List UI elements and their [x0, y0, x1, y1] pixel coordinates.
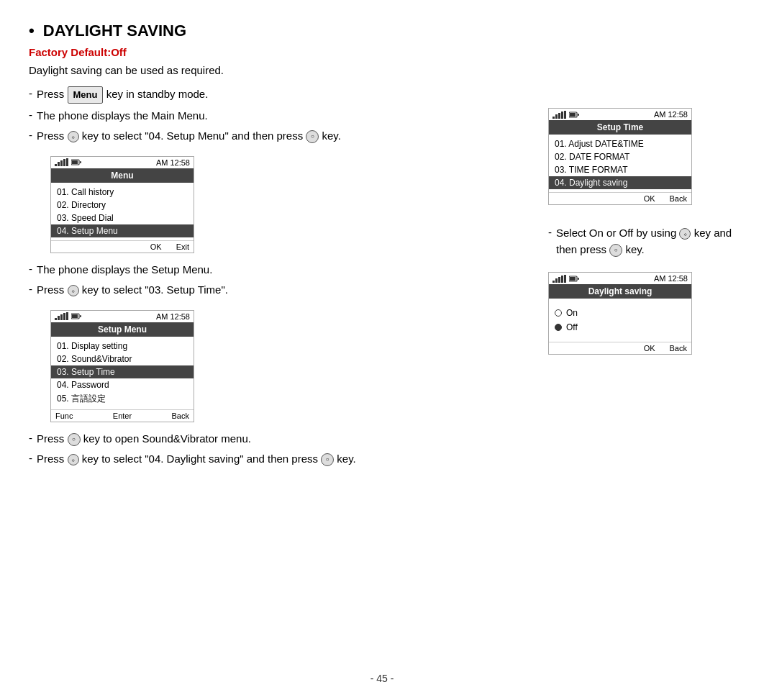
daylight-footer-back: Back: [670, 344, 687, 353]
step-select-04: - Press ⬦ key to select "04. Setup Menu"…: [29, 128, 519, 145]
menu-screen-footer: OK Exit: [51, 240, 194, 253]
signal-icons-3: [552, 111, 579, 119]
svg-rect-0: [55, 164, 57, 166]
option-off: Off: [555, 320, 686, 335]
option-off-label: Off: [566, 322, 578, 332]
ok-icon-4: ○: [609, 244, 622, 257]
time-item-2: 02. DATE FORMAT: [555, 150, 686, 163]
svg-rect-15: [80, 315, 81, 317]
signal-icon-4: [552, 275, 567, 283]
ok-icon-2: ○: [68, 433, 81, 446]
signal-icons-4: [552, 275, 579, 283]
setup-time-body: 01. Adjust DATE&TIME 02. DATE FORMAT 03.…: [549, 135, 691, 192]
setup-time-footer: OK Back: [549, 192, 691, 204]
ok-icon: ○: [306, 130, 319, 143]
setup-item-4: 04. Password: [57, 378, 188, 391]
menu-item-2: 02. Directory: [57, 199, 188, 212]
svg-rect-14: [72, 314, 78, 318]
daylight-header: Daylight saving: [549, 284, 691, 299]
battery-icon-2: [71, 313, 81, 319]
svg-rect-16: [552, 117, 555, 119]
menu-screen-header: Menu: [51, 168, 194, 183]
setup-footer-enter: Enter: [113, 412, 132, 420]
nav-icon-3: ⬦: [68, 454, 79, 465]
battery-icon-3: [569, 112, 579, 118]
page-number: - 45 -: [0, 673, 764, 684]
setup-item-1: 01. Display setting: [57, 340, 188, 353]
setup-footer-back: Back: [172, 412, 189, 420]
option-on: On: [555, 306, 686, 320]
svg-rect-4: [66, 158, 68, 166]
daylight-time: AM 12:58: [654, 274, 688, 283]
setup-item-2: 02. Sound&Vibrator: [57, 353, 188, 365]
left-column: - Press Menu key in standby mode. - The …: [29, 86, 519, 472]
svg-rect-24: [552, 281, 555, 283]
svg-rect-20: [564, 111, 566, 119]
svg-rect-28: [564, 275, 566, 283]
time-item-1: 01. Adjust DATE&TIME: [555, 137, 686, 150]
battery-icon-4: [569, 276, 579, 282]
svg-rect-26: [558, 277, 560, 283]
setup-menu-footer: Func Enter Back: [51, 409, 194, 422]
svg-rect-23: [578, 114, 579, 116]
setup-time-header: Setup Time: [549, 120, 691, 135]
svg-rect-2: [60, 160, 63, 166]
svg-rect-11: [63, 313, 65, 320]
nav-icon-2: ⬦: [68, 285, 79, 296]
signal-icons: [55, 158, 81, 166]
menu-button-label: Menu: [68, 86, 104, 104]
daylight-footer-ok: OK: [644, 344, 655, 353]
svg-rect-7: [80, 161, 81, 163]
right-step-select-onoff: - Select On or Off by using ⬦ key and th…: [548, 225, 735, 258]
bullet: •: [29, 22, 35, 40]
daylight-options: On Off: [549, 299, 691, 342]
menu-screen-time: AM 12:58: [156, 158, 190, 167]
setup-menu-time: AM 12:58: [156, 312, 190, 321]
step-select-03: - Press ⬦ key to select "03. Setup Time"…: [29, 282, 519, 299]
svg-rect-6: [72, 160, 78, 164]
menu-screen-statusbar: AM 12:58: [51, 157, 194, 168]
step-press-ok-vibrator: - Press ○ key to open Sound&Vibrator men…: [29, 431, 519, 447]
signal-icon-2: [55, 312, 69, 320]
svg-rect-22: [570, 113, 576, 117]
time-footer-back: Back: [670, 194, 687, 203]
menu-item-4-selected: 04. Setup Menu: [51, 224, 194, 237]
svg-rect-8: [55, 318, 57, 320]
signal-icon: [55, 158, 69, 166]
setup-menu-body: 01. Display setting 02. Sound&Vibrator 0…: [51, 337, 194, 409]
svg-rect-27: [561, 276, 563, 283]
svg-rect-19: [561, 112, 563, 119]
svg-rect-3: [63, 159, 65, 166]
setup-menu-screen: AM 12:58 Setup Menu 01. Display setting …: [50, 310, 194, 422]
menu-screen: AM 12:58 Menu 01. Call history 02. Direc…: [50, 156, 194, 253]
option-on-label: On: [566, 308, 578, 318]
setup-footer-func: Func: [55, 412, 73, 420]
daylight-screen: AM 12:58 Daylight saving On Off OK Back: [548, 272, 692, 355]
step-displays-setup-menu: - The phone displays the Setup Menu.: [29, 262, 519, 278]
step-press-menu: - Press Menu key in standby mode.: [29, 86, 519, 104]
svg-rect-25: [555, 278, 558, 283]
setup-item-5: 05. 言語設定: [57, 391, 188, 406]
svg-rect-17: [555, 114, 558, 119]
svg-rect-30: [570, 277, 576, 281]
daylight-statusbar: AM 12:58: [549, 273, 691, 284]
setup-time-statusbar: AM 12:58: [549, 109, 691, 120]
time-item-4-selected: 04. Daylight saving: [549, 176, 691, 189]
menu-item-1: 01. Call history: [57, 186, 188, 199]
nav-icon-4: ⬦: [679, 228, 691, 240]
svg-rect-12: [66, 312, 68, 320]
menu-item-3: 03. Speed Dial: [57, 212, 188, 224]
nav-icon-updown: ⬦: [68, 131, 79, 142]
step-displays-main-menu: - The phone displays the Main Menu.: [29, 108, 519, 124]
setup-menu-header: Setup Menu: [51, 322, 194, 337]
signal-icons-2: [55, 312, 81, 320]
radio-off-circle: [555, 324, 562, 331]
time-item-3: 03. TIME FORMAT: [555, 163, 686, 176]
signal-icon-3: [552, 111, 567, 119]
battery-icon: [71, 159, 81, 165]
setup-time-clock: AM 12:58: [654, 110, 688, 119]
title-text: DAYLIGHT SAVING: [43, 22, 186, 40]
setup-menu-statusbar: AM 12:58: [51, 311, 194, 322]
radio-on-circle: [555, 309, 562, 317]
menu-footer-exit: Exit: [176, 242, 189, 251]
